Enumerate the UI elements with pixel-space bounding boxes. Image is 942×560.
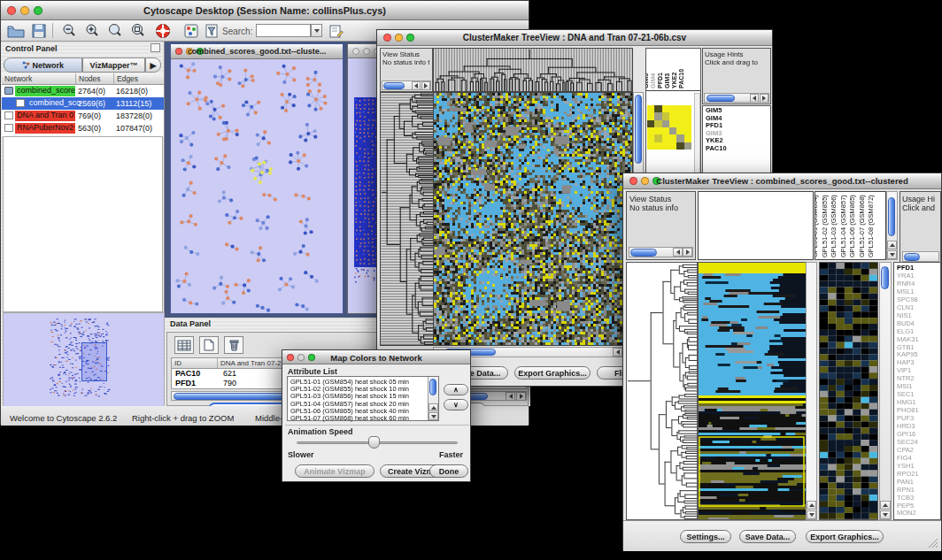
matrix-cell[interactable]	[676, 142, 683, 150]
scroll-down-button[interactable]	[887, 250, 897, 259]
matrix-cell[interactable]	[654, 120, 661, 127]
search-input[interactable]	[256, 24, 311, 37]
scroll-right-button[interactable]	[760, 94, 768, 103]
scroll-down-button[interactable]	[807, 510, 816, 519]
tv1-column-dendrogram[interactable]	[433, 48, 633, 92]
float-panel-icon[interactable]	[151, 43, 160, 52]
matrix-cell[interactable]	[662, 112, 669, 119]
matrix-cell[interactable]	[662, 127, 669, 134]
resize-grip-icon[interactable]	[927, 537, 939, 549]
matrix-cell[interactable]	[647, 127, 654, 134]
scroll-left-button[interactable]	[750, 94, 759, 103]
matrix-cell[interactable]	[676, 112, 683, 119]
scroll-up-button[interactable]	[880, 501, 891, 510]
tv2-row-dendrogram[interactable]	[626, 262, 698, 520]
matrix-cell[interactable]	[669, 112, 676, 119]
tab-vizmapper[interactable]: VizMapper™	[82, 58, 145, 73]
matrix-cell[interactable]	[647, 142, 654, 150]
attribute-list-item[interactable]: GPL51-07 (GSM868) heat shock 60 min	[290, 414, 409, 422]
matrix-cell[interactable]	[676, 120, 683, 127]
zoom-out-button[interactable]	[59, 22, 79, 40]
matrix-cell[interactable]	[684, 105, 691, 112]
matrix-cell[interactable]	[684, 112, 691, 119]
close-button[interactable]	[352, 48, 359, 55]
matrix-cell[interactable]	[669, 134, 676, 142]
tv1-global-heatmap[interactable]	[433, 92, 633, 346]
matrix-cell[interactable]	[669, 142, 676, 150]
network-table-row[interactable]: combined_sco2569(6)13112(15)	[2, 97, 164, 110]
scrollbar-thumb[interactable]	[383, 82, 405, 89]
tv2-usage-scrollbar[interactable]	[902, 251, 939, 262]
matrix-cell[interactable]	[676, 127, 683, 134]
treeview2-titlebar[interactable]: ClusterMaker TreeView : combined_scores_…	[623, 173, 941, 189]
tv2-collabel-vscrollbar[interactable]	[886, 191, 898, 260]
col-header-nodes[interactable]: Nodes	[76, 73, 114, 85]
zoom-in-button[interactable]	[82, 22, 102, 40]
scroll-up-button[interactable]	[807, 501, 816, 510]
scroll-right-button[interactable]	[516, 392, 526, 401]
matrix-cell[interactable]	[669, 127, 676, 134]
birds-eye-overview[interactable]	[3, 312, 165, 408]
tv2-status-scrollbar[interactable]	[629, 247, 693, 257]
matrix-cell[interactable]	[676, 105, 683, 112]
scrollbar-thumb[interactable]	[429, 379, 436, 395]
move-down-button[interactable]: ∨	[444, 399, 468, 410]
scroll-down-button[interactable]	[880, 510, 891, 519]
tv1-status-scrollbar[interactable]	[382, 81, 431, 90]
scroll-down-button[interactable]	[429, 412, 438, 420]
col-header-edges[interactable]: Edges	[114, 73, 164, 85]
scroll-left-button[interactable]	[412, 81, 421, 90]
tab-network[interactable]: Network	[4, 58, 82, 73]
minimize-button[interactable]	[363, 48, 370, 55]
tv2-column-tree-area[interactable]	[698, 191, 814, 260]
matrix-cell[interactable]	[662, 105, 669, 112]
save-session-button[interactable]	[29, 22, 49, 40]
search-dropdown-button[interactable]	[311, 24, 322, 37]
matrix-cell[interactable]	[647, 105, 654, 112]
zoom-actual-button[interactable]	[105, 22, 125, 40]
scrollbar-thumb[interactable]	[881, 266, 889, 289]
matrix-cell[interactable]	[654, 134, 661, 142]
scroll-left-button[interactable]	[613, 348, 622, 357]
tv1-usage-scrollbar[interactable]	[704, 93, 769, 103]
scroll-right-button[interactable]	[683, 248, 692, 257]
matrix-cell[interactable]	[684, 127, 691, 134]
scroll-up-button[interactable]	[429, 403, 438, 411]
tv2-global-vscrollbar[interactable]	[806, 262, 817, 520]
attribute-list[interactable]: GPL51-01 (GSM854) heat shock 05 minGPL51…	[287, 376, 439, 421]
network-table-row[interactable]: combined_scores2764(0)16218(0)	[2, 85, 164, 97]
filter-button[interactable]	[203, 22, 222, 40]
done-button[interactable]: Done	[429, 464, 468, 478]
attribute-list-vscrollbar[interactable]	[428, 377, 438, 420]
attribute-select-button[interactable]	[174, 336, 194, 354]
matrix-cell[interactable]	[684, 134, 691, 142]
treeview1-titlebar[interactable]: ClusterMaker TreeView : DNA and Tran 07-…	[377, 30, 772, 46]
scrollbar-thumb[interactable]	[706, 95, 735, 102]
tv2-global-heatmap[interactable]	[698, 262, 807, 520]
tv2-settings-button[interactable]: Settings...	[680, 530, 731, 543]
scroll-up-button[interactable]	[887, 241, 897, 249]
zoom-fit-button[interactable]	[128, 22, 148, 40]
matrix-cell[interactable]	[647, 120, 654, 127]
network-table-row[interactable]: DNA and Tran 07769(0)183728(0)	[2, 110, 164, 122]
speed-slider-thumb[interactable]	[368, 436, 380, 449]
matrix-cell[interactable]	[654, 105, 661, 112]
main-titlebar[interactable]: Cytoscape Desktop (Session Name: collins…	[1, 1, 529, 20]
matrix-cell[interactable]	[684, 120, 691, 127]
matrix-cell[interactable]	[654, 142, 661, 150]
matrix-cell[interactable]	[662, 142, 669, 150]
tv1-export-graphics-button[interactable]: Export Graphics...	[514, 366, 591, 380]
col-header-network[interactable]: Network	[2, 73, 76, 85]
matrix-cell[interactable]	[669, 120, 676, 127]
tv2-export-graphics-button[interactable]: Export Graphics...	[806, 530, 884, 543]
network-window-a-titlebar[interactable]: combined_scores_good.txt--cluste...	[171, 44, 343, 59]
tv1-zoom-matrix[interactable]	[647, 105, 691, 150]
matrix-cell[interactable]	[662, 120, 669, 127]
matrix-cell[interactable]	[662, 134, 669, 142]
network-table-row[interactable]: RNAPuberNov2+563(0)107847(0)	[2, 122, 164, 134]
attr-col-id[interactable]: ID	[172, 358, 218, 369]
create-attribute-button[interactable]	[199, 336, 219, 354]
matrix-cell[interactable]	[654, 127, 661, 134]
tab-overflow-button[interactable]: ▶	[145, 58, 161, 73]
help-button[interactable]	[153, 22, 173, 40]
